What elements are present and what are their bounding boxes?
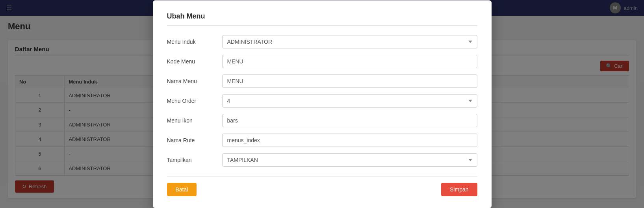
menu-induk-select[interactable]: ADMINISTRATOR - bbox=[222, 35, 477, 48]
form-row-nama-menu: Nama Menu bbox=[167, 74, 477, 88]
form-row-menu-ikon: Menu Ikon bbox=[167, 114, 477, 127]
modal-footer: Batal Simpan bbox=[167, 176, 477, 196]
tampilkan-label: Tampilkan bbox=[167, 157, 222, 163]
nama-rute-label: Nama Rute bbox=[167, 137, 222, 143]
nama-menu-input[interactable] bbox=[222, 74, 477, 88]
modal-title: Ubah Menu bbox=[167, 12, 477, 26]
menu-ikon-input[interactable] bbox=[222, 114, 477, 127]
tampilkan-select[interactable]: TAMPILKAN SEMBUNYIKAN bbox=[222, 153, 477, 167]
modal: Ubah Menu Menu Induk ADMINISTRATOR - Kod… bbox=[153, 0, 492, 208]
menu-order-select[interactable]: 1234 5678 bbox=[222, 94, 477, 108]
batal-button[interactable]: Batal bbox=[167, 183, 197, 196]
kode-menu-label: Kode Menu bbox=[167, 58, 222, 65]
menu-ikon-label: Menu Ikon bbox=[167, 117, 222, 124]
form-row-nama-rute: Nama Rute bbox=[167, 134, 477, 147]
form-row-menu-order: Menu Order 1234 5678 bbox=[167, 94, 477, 108]
modal-overlay: Ubah Menu Menu Induk ADMINISTRATOR - Kod… bbox=[0, 0, 644, 208]
nama-rute-input[interactable] bbox=[222, 134, 477, 147]
form-row-kode-menu: Kode Menu bbox=[167, 55, 477, 68]
simpan-button[interactable]: Simpan bbox=[441, 183, 477, 196]
menu-order-label: Menu Order bbox=[167, 98, 222, 104]
form-row-tampilkan: Tampilkan TAMPILKAN SEMBUNYIKAN bbox=[167, 153, 477, 167]
kode-menu-input[interactable] bbox=[222, 55, 477, 68]
menu-induk-label: Menu Induk bbox=[167, 39, 222, 45]
nama-menu-label: Nama Menu bbox=[167, 78, 222, 84]
form-row-menu-induk: Menu Induk ADMINISTRATOR - bbox=[167, 35, 477, 48]
